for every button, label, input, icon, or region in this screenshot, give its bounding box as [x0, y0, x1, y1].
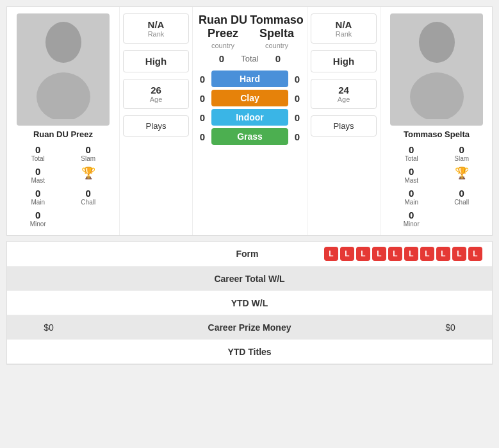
- right-player-name: Tommaso Spelta: [404, 129, 470, 139]
- left-trophy-icon: 🏆: [64, 165, 113, 185]
- form-badge-8: L: [436, 247, 450, 261]
- form-badge-2: L: [340, 247, 354, 261]
- left-stat-chall: 0 Chall: [64, 187, 113, 207]
- right-stat-mast: 0 Mast: [387, 165, 436, 185]
- form-row: Form L L L L L L L L L L: [7, 242, 492, 267]
- center-right-country: country: [250, 42, 304, 49]
- ytd-wl-label: YTD W/L: [17, 298, 482, 308]
- career-prize-row: $0 Career Prize Money $0: [7, 315, 492, 340]
- left-high-box: High: [123, 50, 189, 72]
- left-stat-minor: 0 Minor: [13, 208, 63, 229]
- surface-row-grass: 0 Grass 0: [196, 128, 304, 145]
- players-section: Ruan DU Preez 0 Total 0 Slam 0 Mast 🏆: [6, 6, 493, 236]
- right-stat-slam: 0 Slam: [438, 143, 487, 163]
- form-badge-7: L: [420, 247, 434, 261]
- right-plays-box: Plays: [311, 115, 377, 137]
- form-badge-6: L: [404, 247, 418, 261]
- form-badge-5: L: [388, 247, 402, 261]
- right-stat-total: 0 Total: [387, 143, 436, 163]
- svg-point-0: [45, 22, 81, 63]
- right-player-card: Tommaso Spelta 0 Total 0 Slam 0 Mast 🏆: [380, 7, 493, 235]
- career-wl-row: Career Total W/L: [7, 267, 492, 291]
- right-stat-chall: 0 Chall: [438, 187, 487, 207]
- ytd-titles-label: YTD Titles: [17, 347, 482, 357]
- left-age-box: 26 Age: [123, 79, 189, 109]
- form-badge-9: L: [452, 247, 466, 261]
- svg-point-1: [37, 72, 90, 119]
- ytd-titles-row: YTD Titles: [7, 340, 492, 364]
- left-player-avatar: [17, 13, 110, 126]
- left-player-name: Ruan DU Preez: [33, 129, 93, 139]
- left-player-stats: 0 Total 0 Slam 0 Mast 🏆 0 Main: [13, 143, 113, 229]
- career-wl-label: Career Total W/L: [17, 274, 482, 284]
- career-prize-label: Career Prize Money: [81, 322, 418, 333]
- left-stat-main: 0 Main: [13, 187, 63, 207]
- right-stat-minor: 0 Minor: [387, 208, 436, 229]
- center-left-name: Ruan DU Preez: [196, 13, 250, 40]
- right-trophy-icon: 🏆: [438, 165, 487, 185]
- form-badge-4: L: [372, 247, 386, 261]
- center-section: Ruan DU Preez country Tommaso Spelta cou…: [193, 7, 307, 235]
- svg-point-3: [410, 72, 464, 119]
- center-left-country: country: [196, 42, 250, 49]
- left-plays-box: Plays: [123, 115, 189, 137]
- main-container: Ruan DU Preez 0 Total 0 Slam 0 Mast 🏆: [0, 0, 499, 371]
- surface-row-indoor: 0 Indoor 0: [196, 109, 304, 126]
- form-label: Form: [236, 249, 259, 259]
- form-badge-10: L: [468, 247, 482, 261]
- right-rank-box: N/A Rank: [311, 13, 377, 44]
- surface-row-clay: 0 Clay 0: [196, 90, 304, 106]
- center-right-name: Tommaso Spelta: [250, 13, 304, 40]
- bottom-section: Form L L L L L L L L L L Career Total W: [6, 241, 493, 365]
- form-badge-3: L: [356, 247, 370, 261]
- right-player-stats: 0 Total 0 Slam 0 Mast 🏆 0 Main: [387, 143, 486, 229]
- svg-point-2: [419, 22, 455, 63]
- left-player-card: Ruan DU Preez 0 Total 0 Slam 0 Mast 🏆: [7, 7, 119, 235]
- left-stat-total: 0 Total: [13, 143, 63, 163]
- form-badge-1: L: [324, 247, 338, 261]
- career-prize-left: $0: [17, 322, 81, 333]
- surface-row-hard: 0 Hard 0: [196, 71, 304, 87]
- total-row: 0 Total 0: [215, 53, 284, 64]
- right-age-box: 24 Age: [311, 79, 377, 109]
- form-badges: L L L L L L L L L L: [324, 247, 482, 261]
- left-middle-stats: N/A Rank High 26 Age Plays: [119, 7, 193, 235]
- right-middle-stats: N/A Rank High 24 Age Plays: [307, 7, 380, 235]
- left-rank-box: N/A Rank: [123, 13, 189, 44]
- right-stat-main: 0 Main: [387, 187, 436, 207]
- left-stat-mast: 0 Mast: [13, 165, 63, 185]
- right-player-avatar: [390, 13, 483, 126]
- left-stat-slam: 0 Slam: [64, 143, 113, 163]
- ytd-wl-row: YTD W/L: [7, 291, 492, 315]
- career-prize-right: $0: [418, 322, 482, 333]
- right-high-box: High: [311, 50, 377, 72]
